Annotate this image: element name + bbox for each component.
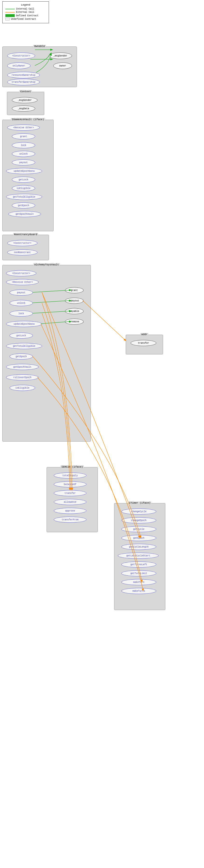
node-addr-transfer: transfer xyxy=(131,340,156,346)
node-ownable-renounce: renounceOwnership xyxy=(7,72,40,78)
node-itimer-maketurns: makeTurns xyxy=(121,588,156,594)
external-call-line xyxy=(5,12,15,12)
node-ierc20-balanceof: balanceOf xyxy=(54,481,86,487)
node-ownable-transfer: transferOwnership xyxy=(7,79,40,85)
legend-item-undefined: Undefined Contract xyxy=(5,18,46,21)
node-igame-receive: <Receive Ether> xyxy=(7,125,40,131)
node-igame-gettotaleligible: getTotalEligible xyxy=(6,194,42,200)
undefined-contract-label: Undefined Contract xyxy=(11,18,36,21)
undefined-contract-box xyxy=(5,18,9,21)
legend-item-internal: Internal Call xyxy=(5,8,46,10)
legend-title: Legend xyxy=(5,3,46,6)
node-igame-getepoch: getEpoch xyxy=(12,203,35,209)
node-ownable-onlyowner: onlyOwner xyxy=(7,63,30,69)
node-igame-lock: lock xyxy=(12,142,35,148)
page-container: Legend Internal Call External Call Defin… xyxy=(0,0,204,868)
node-ierc20-allowance: allowance xyxy=(54,499,86,505)
group-context-title: Context xyxy=(19,90,32,93)
node-itimer-changecycle: changeCycle xyxy=(121,508,156,515)
node-igame-getlock: getLock xyxy=(12,177,35,183)
node-atv-unlock: unlock xyxy=(9,300,33,306)
node-ownable-constructor: <Constructor> xyxy=(7,53,35,59)
group-reentrancy: ReentrancyGuard <Constructor> nonReentra… xyxy=(2,235,49,260)
node-ierc20-transferfrom: transferFrom xyxy=(54,517,86,523)
node-igame-getepochvault: getEpochVault xyxy=(8,211,41,217)
internal-call-label: Internal Call xyxy=(16,8,34,10)
node-ownable-owner: owner xyxy=(53,63,72,69)
external-call-label: External Call xyxy=(16,11,34,13)
group-ownable: Ownable <Constructor> _msgSender onlyOwn… xyxy=(2,46,77,87)
group-ierc20-title: IERC20 (iface) xyxy=(60,465,84,468)
node-reentrant-nonreentrant: nonReentrant xyxy=(7,249,37,255)
node-atv-grant-internal: grant xyxy=(65,287,84,293)
defined-contract-box xyxy=(5,14,15,17)
group-itimer-title: ITimer (iface) xyxy=(128,501,151,504)
node-itimer-getturnsleft: getTurnsLeft xyxy=(121,561,156,567)
node-context-msgdata: _msgData xyxy=(12,105,35,112)
node-atv-updateepoch: updateEpochData xyxy=(6,321,42,327)
node-atv-constructor: <Constructor> xyxy=(6,270,36,276)
group-igameacevault: IGameAceVault (iface) <Receive Ether> gr… xyxy=(2,120,54,231)
node-igame-iseligible: isEligible xyxy=(12,185,35,191)
node-atv-getepochvault: getEpochVault xyxy=(6,364,39,370)
node-igame-unlock: unlock xyxy=(12,151,35,157)
node-itimer-getturnlimit: getTurnLimit xyxy=(121,570,156,576)
node-itimer-getlastcyclestart: getLastCycleStart xyxy=(118,553,159,559)
group-addr: addr transfer xyxy=(126,335,163,354)
node-igame-updateepoch: updateEpochData xyxy=(6,168,42,174)
node-context-msgsender: _msgSender xyxy=(12,97,37,103)
node-igame-grant: grant xyxy=(12,133,35,140)
node-reentrant-constructor: <Constructor> xyxy=(7,240,37,246)
node-atv-remove: _remove xyxy=(65,319,84,324)
defined-contract-label: Defined Contract xyxy=(16,14,39,17)
node-ownable-msgsender: _msgSender xyxy=(49,53,72,59)
node-itimer-getepoch: getEpoch xyxy=(121,535,156,541)
legend-box: Legend Internal Call External Call Defin… xyxy=(2,1,49,23)
group-ownable-title: Ownable xyxy=(33,45,46,48)
group-reentrancy-title: ReentrancyGuard xyxy=(13,233,38,236)
node-atv-getlock: getLock xyxy=(9,333,33,339)
group-context: Context _msgSender _msgData xyxy=(7,92,44,115)
group-ierc20: IERC20 (iface) totalSupply balanceOf tra… xyxy=(47,467,98,532)
group-addr-title: addr xyxy=(141,333,148,336)
legend-item-defined: Defined Contract xyxy=(5,14,46,17)
node-atv-payout: payout xyxy=(9,289,33,296)
node-itimer-changeepoch: changeEpoch xyxy=(121,517,156,523)
node-atv-receive: <Receive Ether> xyxy=(6,279,39,285)
node-ierc20-approve: approve xyxy=(54,508,86,514)
group-alchemytoys: AlchemyToysVault <Constructor> <Receive … xyxy=(2,265,91,441)
group-itimer: ITimer (iface) changeCycle changeEpoch g… xyxy=(114,503,165,610)
group-alchemytoys-title: AlchemyToysVault xyxy=(33,263,60,266)
node-atv-iseligible: isEligible xyxy=(9,385,35,391)
node-itimer-getcycle: getCycle xyxy=(121,526,156,532)
legend-item-external: External Call xyxy=(5,11,46,13)
node-atv-payable: payable xyxy=(65,308,84,314)
node-igame-payout: payout xyxy=(12,159,35,165)
node-atv-gettotaleligible: getTotalEligible xyxy=(6,343,42,349)
internal-call-line xyxy=(5,9,15,9)
node-atv-lock: lock xyxy=(9,310,33,316)
node-itimer-getcyclelength: getCycleLength xyxy=(121,544,156,550)
node-atv-payout-internal: _payout xyxy=(65,298,84,304)
node-ierc20-totalsupply: totalSupply xyxy=(54,472,86,478)
node-atv-rolloverepoch: rolloverEpoch xyxy=(6,374,39,380)
node-ierc20-transfer: transfer xyxy=(54,490,86,496)
node-atv-getepoch: getEpoch xyxy=(9,353,33,360)
node-itimer-maketurn: makeTurn xyxy=(121,579,156,585)
group-igameacevault-title: IGameAceVault (iface) xyxy=(11,118,45,121)
